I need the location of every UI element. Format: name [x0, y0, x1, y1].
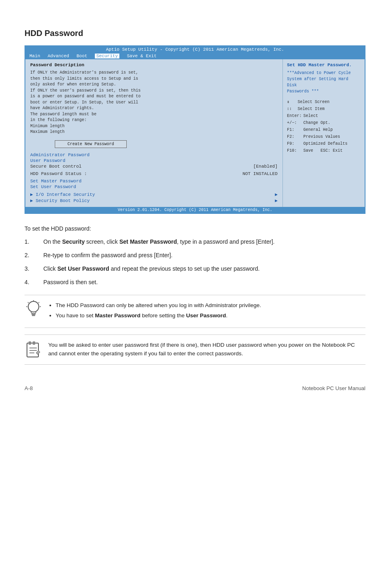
bios-right-panel: Set HDD Master Password. ***Advanced to …: [283, 59, 365, 207]
bios-keys: ⇕Select Screen ↕↕Select Item Enter:Selec…: [287, 99, 361, 154]
bios-item-secure-boot[interactable]: Secure Boot control[Enabled]: [30, 164, 278, 169]
step-1: 1. On the Security screen, click Set Mas…: [25, 238, 365, 246]
svg-line-5: [38, 302, 39, 303]
step-2-text: Re-type to confirm the password and pres…: [43, 251, 365, 260]
create-password-box[interactable]: Create New Password: [55, 140, 127, 148]
note-1-bullet-1: The HDD Password can only be altered whe…: [56, 301, 365, 310]
bios-item-security-boot-policy[interactable]: Security Boot Policy: [30, 197, 278, 204]
note-box-1: The HDD Password can only be altered whe…: [25, 295, 365, 328]
bios-screen: Aptio Setup Utility - Copyright (C) 2011…: [25, 45, 365, 214]
svg-rect-10: [33, 341, 35, 345]
steps-list: 1. On the Security screen, click Set Mas…: [25, 238, 365, 287]
step-2: 2. Re-type to confirm the password and p…: [25, 251, 365, 260]
bios-menubar[interactable]: Main Advanced Boot Security Save & Exit: [25, 53, 365, 59]
bios-item-admin-password[interactable]: Administrator Password: [30, 152, 278, 158]
notepad-svg: [26, 341, 41, 358]
footer-right: Notebook PC User Manual: [302, 385, 365, 391]
svg-rect-9: [29, 341, 31, 345]
footer-left: A-8: [25, 385, 33, 391]
bios-item-hdd-status: HDD Password Status :NOT INSTALLED: [30, 171, 278, 177]
svg-rect-8: [27, 343, 38, 357]
menu-boot[interactable]: Boot: [76, 54, 87, 58]
menu-security[interactable]: Security: [95, 54, 120, 58]
lightbulb-svg: [26, 300, 41, 320]
svg-rect-1: [31, 314, 36, 315]
step-3-text: Click Set User Password and repeat the p…: [43, 265, 365, 273]
menu-advanced[interactable]: Advanced: [47, 54, 69, 58]
step-3-num: 3.: [25, 265, 36, 273]
step-1-num: 1.: [25, 238, 36, 246]
bios-right-header: Set HDD Master Password.: [287, 63, 361, 67]
svg-rect-2: [32, 315, 35, 316]
page-title: HDD Password: [25, 29, 365, 38]
intro-text: To set the HDD password:: [25, 225, 365, 232]
step-2-num: 2.: [25, 251, 36, 260]
step-4-text: Password is then set.: [43, 278, 365, 287]
bios-item-set-user[interactable]: Set User Password: [30, 184, 278, 190]
bios-footer: Version 2.01.1204. Copyright (C) 2011 Am…: [25, 207, 365, 213]
note-1-bullet-2: You have to set Master Password before s…: [56, 311, 365, 320]
bios-item-set-master[interactable]: Set Master Password: [30, 178, 278, 184]
bios-description: If ONLY the Administrator's password is …: [30, 70, 278, 135]
note-2-content: You will be asked to enter user password…: [48, 341, 365, 358]
bios-item-io-security[interactable]: I/O Interface Security: [30, 191, 278, 197]
step-3: 3. Click Set User Password and repeat th…: [25, 265, 365, 273]
bios-topbar: Aptio Setup Utility - Copyright (C) 2011…: [25, 46, 365, 53]
note-1-content: The HDD Password can only be altered whe…: [48, 301, 365, 322]
lightbulb-icon: [25, 301, 43, 319]
step-4: 4. Password is then set.: [25, 278, 365, 287]
step-4-num: 4.: [25, 278, 36, 287]
bios-right-note: ***Advanced to Power CycleSystem after S…: [287, 70, 361, 94]
note-2-text: You will be asked to enter user password…: [48, 342, 355, 357]
svg-line-4: [28, 302, 29, 303]
svg-point-0: [28, 301, 39, 312]
bios-item-user-password[interactable]: User Password: [30, 158, 278, 164]
bios-section-title: Password Description: [30, 63, 278, 67]
menu-save-exit[interactable]: Save & Exit: [127, 54, 157, 58]
bios-left-panel: Password Description If ONLY the Adminis…: [25, 59, 283, 207]
menu-main[interactable]: Main: [29, 54, 40, 58]
step-1-text: On the Security screen, click Set Master…: [43, 238, 365, 246]
notepad-icon: [25, 341, 43, 359]
page-footer: A-8 Notebook PC User Manual: [25, 381, 365, 391]
bios-menu-items: Administrator Password User Password Sec…: [30, 152, 278, 204]
note-box-2: You will be asked to enter user password…: [25, 334, 365, 365]
